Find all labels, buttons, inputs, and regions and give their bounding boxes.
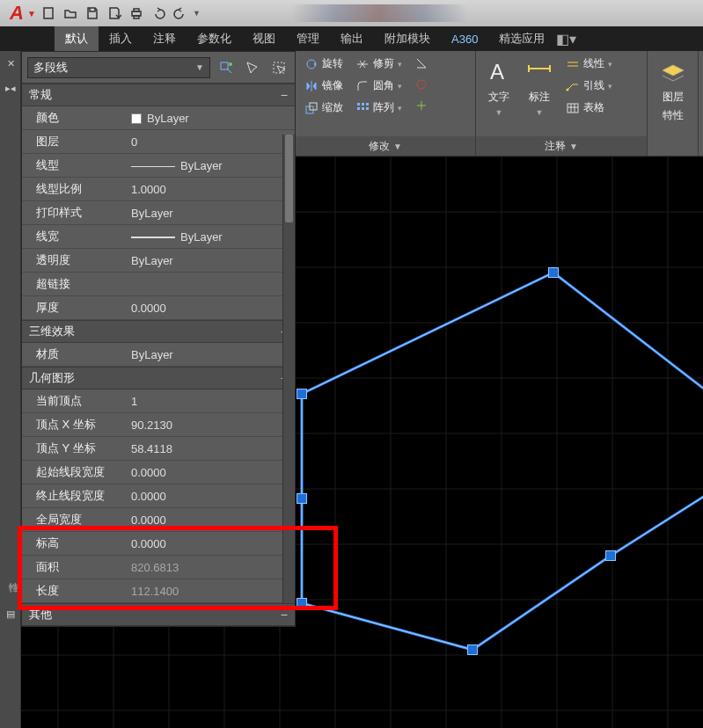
tab-a360[interactable]: A360 xyxy=(441,26,488,51)
btn-tool2[interactable] xyxy=(411,76,432,93)
svg-rect-9 xyxy=(366,103,369,106)
qat-open-icon[interactable] xyxy=(61,4,80,23)
row-elevation[interactable]: 标高 0.0000 xyxy=(22,532,295,556)
svg-rect-0 xyxy=(44,8,53,18)
btn-dim[interactable]: 标注▼ xyxy=(522,55,557,120)
btn-tool3[interactable] xyxy=(411,97,432,114)
row-start-width[interactable]: 起始线段宽度 0.0000 xyxy=(22,461,295,484)
row-hyperlink[interactable]: 超链接 xyxy=(22,273,295,296)
row-transparency[interactable]: 透明度 ByLayer xyxy=(22,249,295,273)
svg-point-41 xyxy=(229,62,232,66)
svg-rect-12 xyxy=(366,107,369,110)
section-3d[interactable]: 三维效果 − xyxy=(22,320,295,343)
btn-array[interactable]: 阵列▾ xyxy=(352,98,406,117)
row-ltscale[interactable]: 线型比例 1.0000 xyxy=(22,178,295,201)
qat-saveas-icon[interactable] xyxy=(105,4,124,23)
svg-rect-7 xyxy=(357,103,360,106)
svg-rect-40 xyxy=(221,62,228,69)
grip-vertex[interactable] xyxy=(297,598,307,608)
btn-leader[interactable]: 引线▾ xyxy=(562,76,616,95)
strip-btn-1[interactable]: ✕ xyxy=(0,51,21,76)
collapse-icon: − xyxy=(281,88,288,102)
tab-parametric[interactable]: 参数化 xyxy=(187,26,242,51)
strip-btn-2[interactable]: ▸◂ xyxy=(0,76,21,100)
btn-rotate[interactable]: 旋转 xyxy=(301,55,347,73)
row-plotstyle[interactable]: 打印样式 ByLayer xyxy=(22,201,295,225)
svg-point-13 xyxy=(417,80,426,89)
btn-text[interactable]: A 文字▼ xyxy=(481,55,516,120)
tab-output[interactable]: 输出 xyxy=(330,26,374,51)
svg-rect-11 xyxy=(362,107,364,110)
btn-layer-properties[interactable]: 图层 特性 xyxy=(655,55,691,127)
section-geometry[interactable]: 几何图形 − xyxy=(22,367,295,389)
grip-midpoint[interactable] xyxy=(297,493,307,504)
row-thickness[interactable]: 厚度 0.0000 xyxy=(22,296,295,320)
btn-tool1[interactable] xyxy=(411,55,432,72)
qat-redo-icon[interactable] xyxy=(171,4,190,23)
ribbon-tabs: 默认 插入 注释 参数化 视图 管理 输出 附加模块 A360 精选应用 ◧▾ xyxy=(0,26,703,51)
pickadd-icon[interactable] xyxy=(242,57,263,78)
object-type-value: 多段线 xyxy=(33,60,68,76)
tab-featured[interactable]: 精选应用 xyxy=(488,26,555,51)
row-layer[interactable]: 图层 0 xyxy=(22,130,295,154)
section-general[interactable]: 常规 − xyxy=(22,84,295,106)
qat-save-icon[interactable] xyxy=(83,4,102,23)
row-vertex-y[interactable]: 顶点 Y 坐标 58.4118 xyxy=(22,437,295,461)
lineweight-swatch xyxy=(131,237,175,238)
row-lineweight[interactable]: 线宽 ByLayer xyxy=(22,225,295,249)
row-material[interactable]: 材质 ByLayer xyxy=(22,343,295,367)
ribbon-panel-annotate: A 文字▼ 标注▼ 线性▾ 引线▾ 表格 注释▼ xyxy=(476,51,648,156)
row-end-width[interactable]: 终止线段宽度 0.0000 xyxy=(22,484,295,508)
qat-new-icon[interactable] xyxy=(39,4,58,23)
svg-rect-2 xyxy=(134,9,139,11)
strip-palette-icon[interactable]: ▤ xyxy=(0,601,21,626)
tab-annotate[interactable]: 注释 xyxy=(143,26,187,51)
quick-select-icon[interactable] xyxy=(216,57,237,78)
tab-default[interactable]: 默认 xyxy=(55,26,99,51)
select-objects-icon[interactable] xyxy=(268,57,289,78)
btn-mirror[interactable]: 镜像 xyxy=(301,76,347,95)
section-other[interactable]: 其他 − xyxy=(22,603,295,626)
grip-vertex[interactable] xyxy=(548,267,559,278)
svg-rect-10 xyxy=(357,107,360,110)
row-linetype[interactable]: 线型 ByLayer xyxy=(22,154,295,178)
row-color[interactable]: 颜色 ByLayer xyxy=(22,106,295,130)
left-palette-strip: ✕ ▸◂ 特性 ▤ xyxy=(0,51,21,728)
app-menu-caret[interactable]: ▼ xyxy=(27,9,36,18)
qat-print-icon[interactable] xyxy=(127,4,146,23)
qat-dropdown-caret[interactable]: ▼ xyxy=(193,9,201,18)
panel-expand-icon[interactable]: ▼ xyxy=(393,142,402,151)
row-global-width[interactable]: 全局宽度 0.0000 xyxy=(22,508,295,532)
title-bar: A ▼ ▼ xyxy=(0,0,703,26)
grip-vertex[interactable] xyxy=(297,389,307,399)
panel-expand-icon[interactable]: ▼ xyxy=(569,142,578,151)
qat-undo-icon[interactable] xyxy=(149,4,168,23)
grip-vertex[interactable] xyxy=(467,644,478,655)
tab-addins[interactable]: 附加模块 xyxy=(374,26,441,51)
svg-text:A: A xyxy=(490,60,504,84)
grip-vertex[interactable] xyxy=(605,550,616,561)
dropdown-caret-icon: ▼ xyxy=(195,62,204,72)
properties-scrollbar[interactable] xyxy=(282,135,295,603)
tab-manage[interactable]: 管理 xyxy=(286,26,330,51)
svg-rect-8 xyxy=(362,103,364,106)
collapse-icon: − xyxy=(281,608,288,622)
btn-scale[interactable]: 缩放 xyxy=(301,98,347,117)
btn-fillet[interactable]: 圆角▾ xyxy=(352,76,406,95)
svg-rect-3 xyxy=(134,16,139,18)
color-swatch xyxy=(131,113,142,124)
panel-title-annotate: 注释 xyxy=(545,139,566,154)
btn-trim[interactable]: 修剪▾ xyxy=(352,55,406,73)
ribbon-launcher-icon[interactable]: ◧▾ xyxy=(555,26,576,51)
row-vertex-x[interactable]: 顶点 X 坐标 90.2130 xyxy=(22,413,295,437)
btn-linetype[interactable]: 线性▾ xyxy=(562,55,616,73)
row-length: 长度 112.1400 xyxy=(22,579,295,603)
titlebar-background xyxy=(291,4,467,22)
tab-view[interactable]: 视图 xyxy=(242,26,286,51)
scrollbar-thumb[interactable] xyxy=(285,135,293,222)
row-vertex[interactable]: 当前顶点 1 xyxy=(22,389,295,413)
tab-insert[interactable]: 插入 xyxy=(99,26,143,51)
btn-table[interactable]: 表格 xyxy=(562,98,616,117)
ribbon-panel-modify: 旋转 镜像 缩放 修剪▾ 圆角▾ 阵列▾ 修改▼ xyxy=(296,51,476,156)
object-type-select[interactable]: 多段线 ▼ xyxy=(27,57,210,78)
